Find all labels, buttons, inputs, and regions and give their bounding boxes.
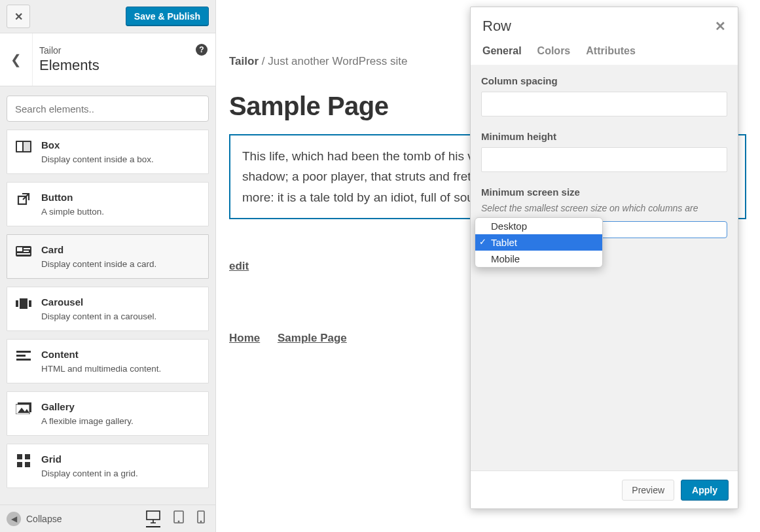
svg-rect-11 [29,300,31,307]
element-item-box[interactable]: Box Display content inside a box. [7,130,209,174]
gallery-icon [15,401,32,416]
collapse-label: Collapse [26,514,62,524]
collapse-icon: ◀ [7,512,21,526]
device-mobile-button[interactable] [197,510,205,527]
settings-panel: Row ✕ General Colors Attributes Column s… [470,7,738,509]
back-button[interactable]: ❮ [0,33,33,86]
element-desc: Display content in a carousel. [41,311,156,321]
breadcrumb-site[interactable]: Tailor [229,55,259,67]
element-item-card[interactable]: Card Display content inside a card. [7,234,209,279]
svg-point-24 [178,521,179,522]
element-name: Card [41,244,156,255]
svg-rect-8 [17,253,30,255]
sidebar: ✕ Save & Publish ❮ Tailor Elements ? Box… [0,0,216,532]
footer-link-sample[interactable]: Sample Page [278,332,347,344]
svg-rect-21 [25,462,30,467]
element-name: Carousel [41,296,156,308]
dropdown-option-tablet[interactable]: Tablet [475,234,602,251]
field-help-min-screen: Select the smallest screen size on which… [481,203,727,213]
external-icon [15,192,32,206]
element-desc: Display content inside a box. [41,154,154,164]
chevron-left-icon: ❮ [10,52,22,67]
tab-colors[interactable]: Colors [537,45,571,57]
column-spacing-input[interactable] [481,92,727,116]
svg-rect-1 [17,142,22,151]
device-tablet-button[interactable] [173,510,184,527]
element-name: Gallery [41,401,134,412]
svg-rect-6 [24,248,30,249]
search-input[interactable] [7,96,209,122]
min-height-input[interactable] [481,147,727,172]
svg-rect-19 [25,454,30,459]
grid-icon [15,453,32,468]
svg-rect-9 [16,300,18,307]
panel-tabs: General Colors Attributes [471,39,738,65]
panel-title: Row [482,18,511,35]
device-desktop-button[interactable] [146,510,160,527]
field-label-column-spacing: Column spacing [481,75,727,86]
apply-button[interactable]: Apply [681,480,729,501]
min-screen-select[interactable] [596,221,727,238]
panel-close-button[interactable]: ✕ [715,18,726,34]
field-label-min-screen: Minimum screen size [481,186,727,198]
element-name: Content [41,349,161,360]
svg-rect-13 [16,355,26,357]
min-screen-dropdown: Desktop Tablet Mobile [475,217,603,268]
element-item-button[interactable]: Button A simple button. [7,182,209,226]
element-desc: A simple button. [41,207,104,217]
save-publish-button[interactable]: Save & Publish [126,7,209,26]
svg-rect-2 [24,142,30,151]
carousel-icon [15,296,32,311]
svg-rect-7 [24,251,29,252]
box-icon [15,139,32,154]
app-name: Tailor [39,45,209,56]
svg-rect-18 [17,454,22,459]
dropdown-option-mobile[interactable]: Mobile [475,251,602,267]
tab-general[interactable]: General [482,45,522,57]
svg-point-26 [200,521,201,522]
section-heading: Tailor Elements ? [33,37,215,82]
element-desc: A flexible image gallery. [41,416,134,426]
element-name: Button [41,192,104,203]
dropdown-option-desktop[interactable]: Desktop [475,218,602,234]
help-icon[interactable]: ? [196,44,208,56]
element-item-content[interactable]: Content HTML and multimedia content. [7,339,209,383]
collapse-sidebar-button[interactable]: ◀ Collapse [7,512,62,526]
close-icon: ✕ [14,10,23,23]
tab-attributes[interactable]: Attributes [586,45,636,57]
svg-rect-14 [16,359,31,361]
element-desc: Display content in a grid. [41,469,138,478]
svg-rect-12 [16,351,31,353]
element-desc: Display content inside a card. [41,259,156,269]
section-title: Elements [39,57,209,74]
element-item-carousel[interactable]: Carousel Display content in a carousel. [7,287,209,331]
close-editor-button[interactable]: ✕ [7,5,30,28]
svg-rect-20 [17,462,22,467]
breadcrumb-tagline: Just another WordPress site [268,55,407,67]
content-icon [15,349,32,363]
element-name: Box [41,139,154,151]
svg-rect-22 [147,511,160,520]
element-item-grid[interactable]: Grid Display content in a grid. [7,444,209,488]
preview-button[interactable]: Preview [622,480,674,501]
close-icon: ✕ [715,19,726,33]
field-label-min-height: Minimum height [481,131,727,142]
card-icon [15,244,32,258]
footer-link-home[interactable]: Home [229,332,260,344]
svg-rect-10 [20,298,27,309]
element-name: Grid [41,453,138,465]
element-item-gallery[interactable]: Gallery A flexible image gallery. [7,391,209,436]
svg-rect-5 [17,247,22,251]
element-desc: HTML and multimedia content. [41,364,161,374]
